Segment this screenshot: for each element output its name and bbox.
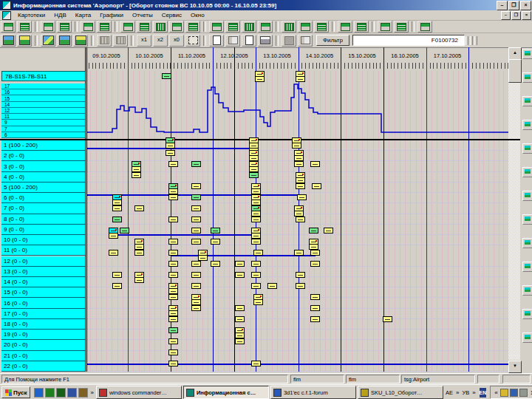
flight-tag[interactable] xyxy=(132,172,141,178)
flight-tag[interactable] xyxy=(191,294,201,305)
flight-tag[interactable] xyxy=(132,161,141,172)
flight-tag[interactable] xyxy=(211,228,220,233)
report-icon[interactable] xyxy=(225,35,240,47)
flight-tag[interactable] xyxy=(112,194,122,205)
pane-splitter[interactable] xyxy=(234,47,235,372)
flight-tag[interactable] xyxy=(310,161,320,167)
gantt-row-label[interactable]: 22 (0 - 0) xyxy=(1,361,86,372)
toolbar-icon-13[interactable] xyxy=(225,21,240,33)
print-icon[interactable] xyxy=(258,35,273,47)
flight-tag[interactable] xyxy=(292,137,301,149)
map-zone-1-icon[interactable] xyxy=(41,35,55,47)
flight-tag[interactable] xyxy=(251,361,261,366)
flight-tag[interactable] xyxy=(255,71,265,82)
mdi-child-icon[interactable] xyxy=(2,11,11,20)
scale-row[interactable]: 9 xyxy=(1,120,86,126)
flight-tag[interactable] xyxy=(324,228,333,233)
gantt-row-label[interactable]: 10 (0 - 0) xyxy=(1,235,86,245)
flight-tag[interactable] xyxy=(168,349,178,355)
side-tool-icon[interactable] xyxy=(522,120,532,130)
flight-tag[interactable] xyxy=(235,338,245,344)
menu-item-1[interactable]: Картотеки xyxy=(13,11,50,19)
flight-tag[interactable] xyxy=(297,194,307,200)
zoom-x0-button[interactable]: x0 xyxy=(169,35,184,47)
flight-tag[interactable] xyxy=(168,161,178,167)
mdi-minimize-button[interactable]: – xyxy=(501,11,511,20)
gantt-row-label[interactable]: 12 (0 - 0) xyxy=(1,256,86,267)
flight-tag[interactable] xyxy=(235,305,245,311)
flight-tag[interactable] xyxy=(109,228,118,239)
menu-item-2[interactable]: НДВ xyxy=(50,11,71,19)
occupancy-bar[interactable] xyxy=(87,364,508,365)
mdi-close-button[interactable]: × xyxy=(522,11,531,20)
flight-tag[interactable] xyxy=(112,283,122,289)
flight-tag[interactable] xyxy=(296,283,305,289)
quick-launch-chevron[interactable]: » xyxy=(90,389,93,396)
toolbar-icon-2[interactable] xyxy=(17,21,32,33)
flight-tag[interactable] xyxy=(253,294,263,305)
flight-tag[interactable] xyxy=(383,316,392,322)
scale-row[interactable]: 12 xyxy=(1,108,86,114)
tray-icon-1[interactable] xyxy=(500,389,508,397)
flight-tag[interactable] xyxy=(296,71,305,82)
desk-band-chevron[interactable]: » xyxy=(472,389,475,396)
flight-tag[interactable] xyxy=(296,172,305,183)
flight-tag[interactable] xyxy=(253,250,263,256)
flight-tag[interactable] xyxy=(168,294,178,300)
flight-tag[interactable] xyxy=(235,316,245,322)
gantt-row-label[interactable]: 11 (0 - 0) xyxy=(1,245,86,256)
tray-icon-2[interactable] xyxy=(510,389,518,397)
flight-tag[interactable] xyxy=(168,338,178,344)
filter-button[interactable]: Фильтр xyxy=(316,35,349,46)
toolbar-icon-1[interactable] xyxy=(1,21,16,33)
select-region-icon[interactable] xyxy=(185,35,200,47)
toolbar-icon-22[interactable] xyxy=(394,21,409,33)
flight-tag[interactable] xyxy=(120,228,129,233)
flight-tag[interactable] xyxy=(251,183,261,194)
flight-tag[interactable] xyxy=(134,272,144,283)
toolbar-icon-19[interactable] xyxy=(338,21,352,33)
toolbar-icon-23[interactable] xyxy=(417,21,432,33)
gantt-row-label[interactable]: 14 (0 - 0) xyxy=(1,277,86,287)
close-button[interactable]: × xyxy=(520,1,531,10)
flight-tag[interactable] xyxy=(312,183,321,189)
side-tool-icon[interactable] xyxy=(522,262,532,272)
side-tool-icon[interactable] xyxy=(522,49,532,59)
flight-tag[interactable] xyxy=(296,183,305,189)
scrollbar-track[interactable] xyxy=(508,59,520,360)
menu-item-3[interactable]: Карта xyxy=(71,11,95,19)
flight-tag[interactable] xyxy=(211,261,220,267)
toolbar-icon-8[interactable] xyxy=(137,21,151,33)
gantt-row-label[interactable]: 18 (0 - 0) xyxy=(1,319,86,330)
tray-icon-3[interactable] xyxy=(519,389,528,397)
toolbar-icon-7[interactable] xyxy=(120,21,135,33)
scrollbar-thumb[interactable] xyxy=(508,59,522,83)
flight-tag[interactable] xyxy=(168,316,178,322)
start-button[interactable]: Пуск xyxy=(1,386,30,398)
flight-tag[interactable] xyxy=(168,361,178,366)
map-layers-icon[interactable] xyxy=(17,35,32,47)
side-tool-icon[interactable] xyxy=(522,214,532,225)
task-window-button-3[interactable]: 3d1'ec c.f.1-forum xyxy=(270,386,356,399)
flight-tag[interactable] xyxy=(112,205,122,211)
toolbar-icon-6[interactable] xyxy=(97,21,112,33)
toolbar-icon-5[interactable] xyxy=(81,21,95,33)
flight-tag[interactable] xyxy=(191,194,201,200)
flight-tag[interactable] xyxy=(310,261,320,267)
flight-tag[interactable] xyxy=(109,250,118,256)
export-icon[interactable] xyxy=(298,35,313,47)
flight-tag[interactable] xyxy=(251,194,261,205)
toolbar-icon-20[interactable] xyxy=(354,21,369,33)
flight-tag[interactable] xyxy=(249,161,259,172)
scale-row[interactable]: 7 xyxy=(1,126,86,132)
gantt-row-label[interactable]: 1 (100 - 200) xyxy=(1,140,86,151)
toolbar-icon-16[interactable] xyxy=(282,21,296,33)
stand-filter-input[interactable] xyxy=(352,35,465,46)
flight-tag[interactable] xyxy=(168,305,178,316)
tray-chevron[interactable]: « xyxy=(494,389,497,396)
flight-tag[interactable] xyxy=(251,261,261,267)
gantt-row-label[interactable]: 7 (0 - 0) xyxy=(1,203,86,214)
task-window-button-1[interactable]: windows commander… xyxy=(96,386,182,399)
flight-tag[interactable] xyxy=(294,250,304,256)
save-icon[interactable] xyxy=(282,35,296,47)
